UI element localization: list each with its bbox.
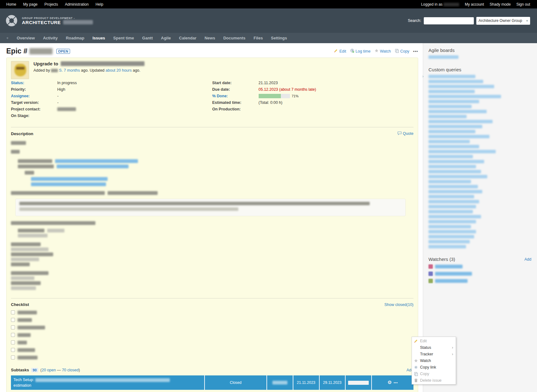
menu-item-copy-link[interactable]: Copy link <box>412 364 456 370</box>
top-menu-item-help[interactable]: Help <box>95 2 103 7</box>
subtask-row[interactable]: Tech Setup: estimation Closed 21.11.2023… <box>11 375 413 390</box>
custom-query-link-redacted[interactable] <box>428 85 494 88</box>
attribute-value: 05.12.2023 (about 7 months late) <box>259 87 316 92</box>
top-menu-item-my-account[interactable]: My account <box>465 2 484 7</box>
custom-query-link-redacted[interactable] <box>428 125 482 128</box>
custom-query-link-redacted[interactable] <box>428 180 471 183</box>
custom-query-link-redacted[interactable] <box>428 225 471 228</box>
checklist-checkbox[interactable] <box>11 325 15 329</box>
custom-query-link-redacted[interactable] <box>428 210 473 213</box>
watcher-name-redacted[interactable] <box>435 279 468 283</box>
checklist-checkbox[interactable] <box>11 340 15 344</box>
tab-activity[interactable]: Activity <box>43 36 58 40</box>
watcher-name-redacted[interactable] <box>435 272 472 276</box>
tab-settings[interactable]: Settings <box>271 36 287 40</box>
custom-queries-section: Custom queries <box>428 67 531 248</box>
sidebar-collapse-handle[interactable]: › <box>421 72 425 80</box>
tab-issues[interactable]: Issues <box>93 36 105 40</box>
custom-query-link-redacted[interactable] <box>428 165 476 168</box>
open-issues-link[interactable]: 20 open <box>42 368 56 372</box>
link-icon[interactable] <box>388 380 392 385</box>
agile-board-link-redacted[interactable] <box>428 55 458 59</box>
tab-spent-time[interactable]: Spent time <box>113 36 134 40</box>
custom-query-link-redacted[interactable] <box>428 120 493 123</box>
checklist-checkbox[interactable] <box>11 333 15 337</box>
search-input[interactable] <box>424 17 474 24</box>
custom-query-link-redacted[interactable] <box>428 205 476 208</box>
edit-button[interactable]: Edit <box>334 48 346 54</box>
custom-query-link-redacted[interactable] <box>428 160 484 163</box>
custom-query-link-redacted[interactable] <box>428 200 479 203</box>
log-time-button[interactable]: Log time <box>350 48 371 54</box>
custom-query-link-redacted[interactable] <box>428 110 487 113</box>
custom-query-link-redacted[interactable] <box>428 215 481 218</box>
add-watcher-link[interactable]: Add <box>524 257 531 262</box>
logged-in-label: Logged in as <box>421 2 459 7</box>
closed-issues-link[interactable]: 70 closed <box>62 368 79 372</box>
custom-query-link-redacted[interactable] <box>428 170 481 173</box>
custom-query-link-redacted[interactable] <box>428 130 475 133</box>
show-closed-link[interactable]: Show closed(10) <box>384 303 413 307</box>
custom-query-link-redacted[interactable] <box>428 80 483 83</box>
custom-query-link-redacted[interactable] <box>428 190 482 193</box>
custom-query-link-redacted[interactable] <box>428 150 496 153</box>
watch-button[interactable]: Watch <box>374 48 391 54</box>
custom-query-link-redacted[interactable] <box>428 105 472 108</box>
updated-ago-link[interactable]: about 20 hours <box>106 68 132 73</box>
top-menu-item-shady-mode[interactable]: Shady mode <box>490 2 511 7</box>
custom-query-link-redacted[interactable] <box>428 145 479 148</box>
tab-agile[interactable]: Agile <box>161 36 171 40</box>
subtask-more-button[interactable]: ••• <box>394 381 398 384</box>
brand: GROUP PRODUCT DEVELOPMENT - ARCHITECTURE <box>5 14 93 27</box>
custom-query-link-redacted[interactable] <box>428 90 475 93</box>
checklist-checkbox[interactable] <box>11 348 15 352</box>
tab-roadmap[interactable]: Roadmap <box>66 36 84 40</box>
more-actions-button[interactable]: ••• <box>413 49 418 53</box>
custom-query-link-redacted[interactable] <box>428 245 466 248</box>
redacted-text <box>11 281 41 285</box>
tab-calendar[interactable]: Calendar <box>179 36 196 40</box>
quote-link[interactable]: Quote <box>398 131 413 136</box>
added-ago-link[interactable]: 7 months <box>64 68 80 73</box>
redacted-text <box>18 234 48 237</box>
custom-query-link-redacted[interactable] <box>428 240 470 243</box>
custom-query-link-redacted[interactable] <box>428 140 470 143</box>
tab-overview[interactable]: Overview <box>17 36 35 40</box>
code-block <box>15 199 406 216</box>
tab-news[interactable]: News <box>205 36 215 40</box>
top-menu-item-my-page[interactable]: My page <box>23 2 38 7</box>
tab-files[interactable]: Files <box>254 36 263 40</box>
watcher-name-redacted[interactable] <box>435 265 463 268</box>
custom-query-link-redacted[interactable] <box>428 185 478 188</box>
menu-item-watch[interactable]: Watch <box>412 357 456 364</box>
custom-query-link-redacted[interactable] <box>428 135 489 138</box>
attribute-row: Estimated time:(Total: 0:00 h) <box>212 99 414 106</box>
trash-icon <box>414 378 418 383</box>
menu-item-tracker[interactable]: Tracker› <box>412 351 456 357</box>
checklist-checkbox[interactable] <box>11 318 15 322</box>
custom-query-link-redacted[interactable] <box>428 175 487 178</box>
custom-query-link-redacted[interactable] <box>428 195 474 198</box>
quick-add-button[interactable]: + <box>6 36 9 40</box>
author-link[interactable]: S. <box>59 68 63 73</box>
custom-query-link-redacted[interactable] <box>428 100 479 103</box>
checklist-checkbox[interactable] <box>11 355 15 359</box>
custom-query-link-redacted[interactable] <box>428 235 474 238</box>
top-menu-item-sign-out[interactable]: Sign out <box>516 2 530 7</box>
search-scope-select[interactable]: Architecture Owner Group ▾ <box>476 17 530 25</box>
top-menu-item-administration[interactable]: Administration <box>65 2 89 7</box>
menu-item-status[interactable]: Status› <box>412 344 456 351</box>
copy-button[interactable]: Copy <box>395 48 409 54</box>
custom-query-link-redacted[interactable] <box>428 115 467 118</box>
tab-gantt[interactable]: Gantt <box>142 36 153 40</box>
custom-query-link-redacted[interactable] <box>428 75 475 78</box>
checklist-checkbox[interactable] <box>11 310 15 314</box>
custom-query-link-redacted[interactable] <box>428 230 476 233</box>
top-menu-item-projects[interactable]: Projects <box>44 2 58 7</box>
custom-query-link-redacted[interactable] <box>428 95 501 98</box>
top-menu-item-home[interactable]: Home <box>6 2 16 7</box>
custom-query-link-redacted[interactable] <box>428 220 476 223</box>
custom-query-link-redacted[interactable] <box>428 155 473 158</box>
status-badge: OPEN <box>56 49 70 54</box>
tab-documents[interactable]: Documents <box>223 36 246 40</box>
